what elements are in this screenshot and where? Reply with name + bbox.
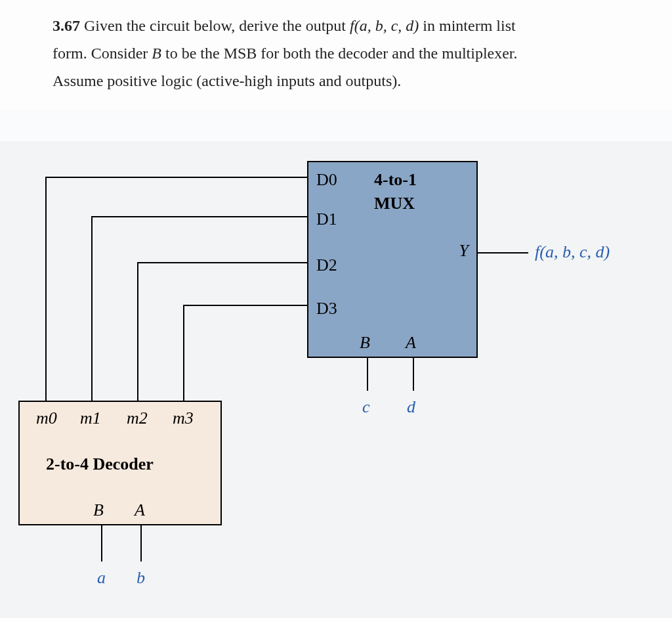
mux-d0-label: D0 (316, 170, 337, 190)
dec-m0: m0 (36, 408, 57, 428)
dec-selB: B (93, 500, 104, 520)
mux-selA: A (406, 333, 416, 353)
circuit-diagram: D0 D1 D2 D3 4-to-1 MUX Y B A m0 m1 m2 m3… (0, 141, 672, 618)
mux-d2-label: D2 (316, 255, 337, 275)
problem-number: 3.67 (52, 17, 80, 34)
problem-statement: 3.67 Given the circuit below, derive the… (0, 0, 672, 110)
signal-d: d (407, 397, 415, 417)
mux-title1: 4-to-1 (374, 170, 417, 190)
signal-c: c (362, 397, 370, 417)
decoder-block: m0 m1 m2 m3 2-to-4 Decoder B A (18, 401, 222, 525)
mux-title2: MUX (374, 194, 415, 213)
dec-m3: m3 (173, 408, 194, 428)
dec-m1: m1 (80, 408, 101, 428)
mux-d3-label: D3 (316, 299, 337, 319)
dec-m2: m2 (127, 408, 148, 428)
mux-y-label: Y (459, 241, 469, 261)
dec-selA: A (135, 500, 145, 520)
output-f: f(a, b, c, d) (535, 242, 610, 262)
dec-title: 2-to-4 Decoder (46, 454, 154, 474)
signal-b: b (136, 568, 145, 588)
signal-a: a (97, 568, 106, 588)
mux-selB: B (360, 333, 370, 353)
mux-block: D0 D1 D2 D3 4-to-1 MUX Y B A (307, 161, 478, 358)
mux-d1-label: D1 (316, 210, 337, 229)
